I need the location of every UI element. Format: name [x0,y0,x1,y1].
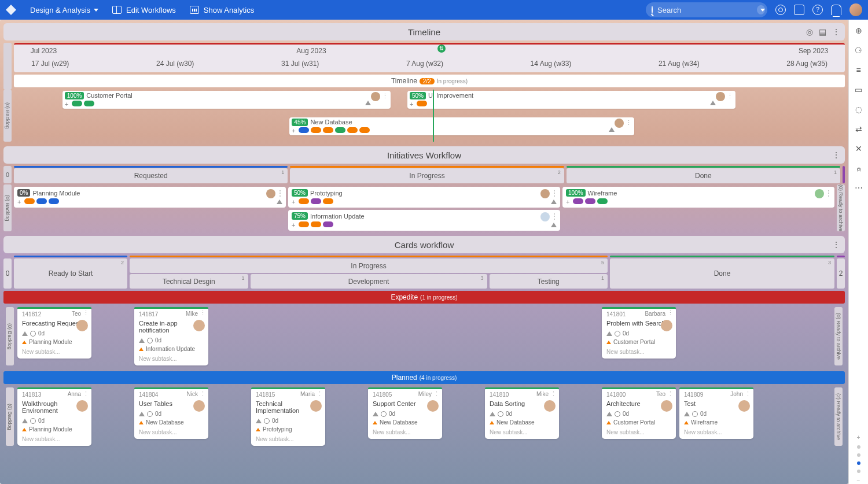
more-icon[interactable]: ⋮ [832,150,840,160]
plus-icon[interactable]: + [292,127,299,134]
card-menu-icon[interactable]: ⋮ [825,189,832,197]
scroll-indicator[interactable]: + − [855,434,863,484]
timeline-card[interactable]: 50%UI Improvement ⋮ + [407,91,735,109]
search-input-wrap[interactable] [646,2,767,17]
parent-link[interactable]: Wireframe [691,419,718,426]
kanban-card[interactable]: 141809 John ⋮ Test 0d Wireframe New subt… [679,387,753,439]
card-menu-icon[interactable]: ⋮ [667,309,674,317]
user-avatar[interactable] [849,3,862,16]
initiative-card[interactable]: 75%Information Update ⋮ + [288,210,560,231]
col-two[interactable]: 2 [837,258,845,289]
swimlane-planned[interactable]: Planned (4 in progress) [3,371,845,384]
filter-icon[interactable]: ≡ [854,65,864,75]
cardswf-header[interactable]: Cards workflow ⋮ [3,236,845,253]
new-subtask-input[interactable]: New subtask... [606,429,671,435]
project-dropdown[interactable]: Design & Analysis [23,0,105,20]
col-header-ready[interactable]: Ready to Start2 [14,258,127,289]
edit-workflows-button[interactable]: Edit Workflows [105,0,183,20]
kanban-card[interactable]: 141815 Maria ⋮ Technical Implementation … [251,387,325,446]
target-icon[interactable]: ◎ [806,27,813,36]
col-zero[interactable]: 0 [3,258,12,289]
gear-icon[interactable] [775,5,786,15]
kanban-card[interactable]: 141801 Barbara ⋮ Problem with Search 0d … [602,307,676,359]
more-icon[interactable]: ⋮ [832,240,840,249]
bell-icon[interactable] [831,5,841,15]
initiative-card[interactable]: 50%Prototyping ⋮ + [288,187,560,208]
card-menu-icon[interactable]: ⋮ [200,390,206,397]
new-subtask-input[interactable]: New subtask... [22,349,87,355]
plus-icon[interactable]: + [292,221,299,228]
tools-icon[interactable]: ✕ [854,143,864,154]
col-header-done[interactable]: Done1 [567,168,840,183]
parent-link[interactable]: Information Update [146,346,195,352]
expedite-backlog-sidebar[interactable]: (0) Backlog [6,307,14,365]
card-menu-icon[interactable]: ⋮ [317,390,323,397]
kanban-card[interactable]: 141800 Teo ⋮ Architecture 0d Customer Po… [602,387,676,439]
timeline-card[interactable]: 45%New Database ⋮ + [289,117,634,135]
card-menu-icon[interactable]: ⋮ [200,309,206,317]
expedite-archive-sidebar[interactable]: (0) Ready to archive [834,307,843,365]
search-input[interactable] [657,6,755,14]
card-menu-icon[interactable]: ⋮ [551,212,558,220]
more-icon[interactable]: ⋯ [854,183,864,193]
card-menu-icon[interactable]: ⋮ [83,390,89,397]
timeline-swimlane-header[interactable]: Timeline 2/2 In progress) [14,75,845,87]
card-menu-icon[interactable]: ⋮ [382,93,388,99]
new-subtask-input[interactable]: New subtask... [22,436,87,442]
card-menu-icon[interactable]: ⋮ [727,93,733,99]
swimlane-expedite[interactable]: Expedite (1 in progress) [3,291,845,304]
initiative-card[interactable]: 100%Wireframe ⋮ + [562,187,834,208]
person-icon[interactable]: ⍝ [854,163,864,173]
card-menu-icon[interactable]: ⋮ [433,390,440,397]
card-menu-icon[interactable]: ⋮ [745,390,751,397]
card-menu-icon[interactable]: ⋮ [550,390,557,397]
initiatives-archive-sidebar[interactable]: (0) Ready to archive [837,184,845,231]
add-icon[interactable]: ⊕ [854,25,864,36]
new-subtask-input[interactable]: New subtask... [490,429,554,435]
parent-link[interactable]: Customer Portal [613,419,655,426]
new-subtask-input[interactable]: New subtask... [373,429,437,435]
search-dropdown-icon[interactable] [757,5,765,14]
planned-backlog-sidebar[interactable]: (0) Backlog [6,387,14,446]
card-menu-icon[interactable]: ⋮ [83,309,89,317]
col-zero[interactable]: 0 [3,166,12,183]
parent-link[interactable]: Planning Module [29,339,72,345]
dashboard-icon[interactable]: ◌ [854,104,864,114]
initiatives-header[interactable]: Initiatives Workflow ⋮ [3,146,845,164]
card-menu-icon[interactable]: ⋮ [551,189,558,197]
briefcase-icon[interactable]: ▭ [854,84,864,95]
col-header-tech[interactable]: Technical Desgin1 [130,274,248,289]
parent-link[interactable]: New Database [380,419,418,426]
timeline-header[interactable]: Timeline ◎ ▤ ⋮ [3,23,845,40]
parent-link[interactable]: Prototyping [263,426,292,433]
new-subtask-input[interactable]: New subtask... [139,429,204,435]
kanban-card[interactable]: 141805 Miley ⋮ Support Center 0d New Dat… [368,387,442,439]
kanban-card[interactable]: 141812 Teo ⋮ Forecasting Request 0d Plan… [17,307,91,359]
timeline-axis[interactable]: ⇅ Jul 2023 Aug 2023 Sep 2023 17 Jul (w29… [14,43,845,72]
initiatives-backlog-sidebar[interactable]: (0) Backlog [3,184,12,231]
col-header-inprogress[interactable]: In Progress2 [290,168,564,183]
new-subtask-input[interactable]: New subtask... [256,436,321,442]
help-icon[interactable]: ? [812,5,823,15]
planned-archive-sidebar[interactable]: (2) Ready to archive [834,387,843,446]
hierarchy-icon[interactable]: ⚆ [854,45,864,56]
col-header-inprogress[interactable]: In Progress5 [130,258,608,273]
col-header-test[interactable]: Testing1 [490,274,608,289]
col-header-done[interactable]: Done3 [610,258,834,289]
new-subtask-input[interactable]: New subtask... [684,429,749,435]
more-icon[interactable]: ⋮ [832,27,840,36]
parent-link[interactable]: Planning Module [29,426,72,433]
kanban-card[interactable]: 141810 Mike ⋮ Data Sorting 0d New Databa… [485,387,559,439]
calendar-icon[interactable]: ▤ [819,27,826,36]
app-logo-icon[interactable] [6,5,16,15]
plus-icon[interactable]: + [65,101,72,108]
plus-icon[interactable]: + [410,101,417,108]
plus-icon[interactable]: + [292,198,299,205]
parent-link[interactable]: Customer Portal [613,339,655,345]
show-analytics-button[interactable]: Show Analytics [183,0,261,20]
initiative-card[interactable]: 0%Planning Module ⋮ + [14,187,286,208]
parent-link[interactable]: New Database [496,419,535,426]
timeline-card[interactable]: 100%Customer Portal ⋮ + [62,91,391,109]
col-header-dev[interactable]: Development3 [251,274,487,289]
clipboard-icon[interactable] [794,5,804,15]
